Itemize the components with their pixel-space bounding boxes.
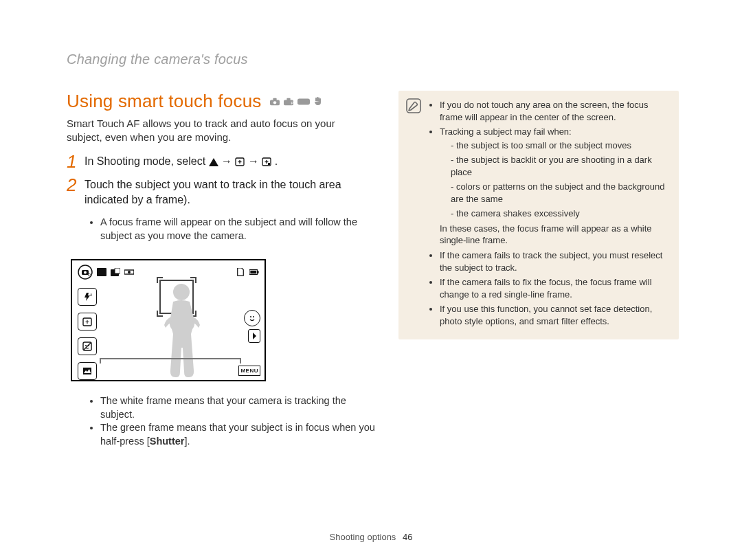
hand-icon — [314, 97, 322, 107]
svg-point-36 — [253, 316, 254, 317]
page-number: 46 — [403, 532, 412, 542]
frame-color-bullets: The white frame means that your camera i… — [88, 394, 376, 448]
svg-rect-34 — [83, 368, 91, 374]
scene-icon — [297, 98, 310, 105]
focus-touch-icon — [78, 313, 97, 331]
size-icon — [97, 268, 106, 276]
meter-icon — [124, 268, 134, 276]
svg-point-37 — [173, 284, 190, 300]
svg-rect-13 — [268, 163, 270, 165]
expand-icon — [248, 329, 260, 343]
page-footer: Shooting options 46 — [0, 532, 742, 542]
lcd-top-bar: P — [78, 265, 259, 280]
footer-label: Shooting options — [330, 532, 396, 542]
svg-point-22 — [128, 271, 131, 273]
step2-sub-bullets: A focus frame will appear on the subject… — [88, 216, 376, 243]
up-triangle-icon — [209, 158, 218, 166]
step-2: 2 Touch the subject you want to track in… — [67, 177, 366, 207]
section-title: Changing the camera's focus — [67, 52, 248, 67]
svg-point-35 — [250, 316, 251, 317]
lcd-left-column: A — [78, 288, 95, 380]
lcd-illustration: P A — [71, 259, 266, 381]
svg-rect-18 — [97, 268, 106, 276]
svg-point-31 — [85, 345, 87, 346]
svg-rect-20 — [115, 268, 120, 273]
sd-icon — [236, 268, 245, 276]
svg-text:P: P — [291, 101, 293, 105]
svg-point-16 — [84, 271, 87, 274]
page-heading: Using smart touch focus P — [67, 91, 322, 112]
svg-text:A: A — [90, 293, 92, 297]
step-2-text: Touch the subject you want to track in t… — [85, 177, 366, 207]
quality-icon — [111, 268, 120, 276]
subject-silhouette-icon — [161, 282, 206, 379]
heading-text: Using smart touch focus — [67, 91, 262, 112]
menu-label: MENU — [238, 366, 260, 376]
review-icon — [78, 362, 97, 380]
flash-auto-icon: A — [78, 288, 97, 306]
step-1-text: In Shooting mode, select → → . — [85, 154, 366, 169]
svg-rect-6 — [297, 98, 310, 104]
mode-dial-icon: P — [78, 265, 93, 280]
svg-point-2 — [273, 101, 276, 104]
camera-icon — [270, 98, 280, 106]
svg-rect-25 — [250, 271, 256, 273]
face-off-icon — [78, 337, 97, 355]
step-1: 1 In Shooting mode, select → → . — [67, 154, 366, 169]
svg-rect-24 — [257, 271, 258, 273]
svg-text:P: P — [88, 273, 91, 277]
svg-rect-4 — [286, 98, 290, 100]
battery-icon — [249, 268, 259, 276]
touch-area-rule — [100, 358, 241, 363]
focus-box-icon — [235, 157, 245, 166]
mode-icons: P — [270, 97, 322, 107]
note-panel: If you do not touch any area on the scre… — [398, 91, 679, 339]
intro-text: Smart Touch AF allows you to track and a… — [67, 117, 362, 145]
svg-rect-1 — [273, 98, 276, 100]
camera-p-icon: P — [284, 98, 293, 106]
step-number: 2 — [67, 173, 76, 197]
step-number: 1 — [67, 150, 76, 174]
focus-touch-icon — [262, 157, 271, 166]
smile-shot-icon — [244, 310, 260, 326]
manual-page: Changing the camera's focus Using smart … — [0, 0, 742, 560]
note-icon — [405, 98, 422, 114]
